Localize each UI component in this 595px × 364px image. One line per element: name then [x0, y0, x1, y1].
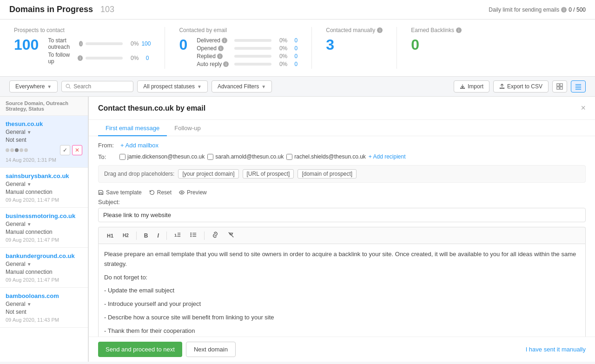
preview-button[interactable]: Preview	[179, 189, 207, 196]
editor-para-0: Please prepare an email template that yo…	[104, 250, 580, 269]
editor-para-3: - Introduce yourself and your project	[104, 299, 580, 309]
grid-icon	[556, 83, 563, 90]
sidebar-status-2: Manual connection	[6, 229, 82, 235]
link-button[interactable]	[208, 230, 222, 241]
slider-dot	[24, 148, 28, 152]
save-template-button[interactable]: Save template	[98, 189, 142, 196]
recipient-checkbox-0[interactable]	[119, 154, 126, 160]
editor-body[interactable]: Please prepare an email template that yo…	[98, 244, 586, 337]
ol-icon: 1.	[174, 232, 181, 238]
sidebar-item-0[interactable]: thesun.co.uk General ▼ Not sent ✓ ✕ 14 A…	[0, 116, 88, 168]
to-label: To:	[98, 153, 117, 160]
svg-rect-10	[100, 193, 102, 195]
sidebar-item-3[interactable]: bankunderground.co.uk General ▼ Manual c…	[0, 248, 88, 288]
manually-link[interactable]: I have sent it manually	[526, 346, 586, 353]
sidebar-domain-0: thesun.co.uk	[6, 120, 82, 127]
stat-prospects-rows: To start outreach i 0% 100 To follow up …	[48, 37, 151, 66]
strategy-chevron-4: ▼	[27, 302, 32, 307]
page-title-wrap: Domains in Progress 103	[9, 5, 114, 14]
strategy-chevron-2: ▼	[27, 222, 32, 227]
sidebar-date-4: 09 Aug 2020, 11:43 PM	[6, 317, 82, 323]
recipient-1[interactable]: sarah.arnold@thesun.co.uk	[207, 153, 284, 160]
import-icon	[460, 84, 465, 89]
unordered-list-button[interactable]	[186, 230, 200, 241]
clear-format-button[interactable]	[224, 230, 238, 241]
recipient-email-1: sarah.arnold@thesun.co.uk	[215, 153, 284, 160]
stat-row-delivered: Delivered i 0% 0	[197, 37, 298, 44]
modal-title: Contact thesun.co.uk by email	[98, 104, 205, 113]
h1-button[interactable]: H1	[103, 232, 117, 240]
placeholder-tag-1[interactable]: [URL of prospect]	[243, 169, 294, 179]
search-icon	[66, 84, 71, 89]
stat-prospects: Prospects to contact 100 To start outrea…	[9, 27, 165, 69]
slider-dot	[15, 148, 19, 152]
status-label: All prospect statuses	[143, 83, 195, 90]
italic-button[interactable]: I	[154, 231, 163, 240]
subject-input[interactable]	[98, 208, 586, 222]
tab-first-email[interactable]: First email message	[98, 120, 167, 136]
sidebar-item-1[interactable]: sainsburysbank.co.uk General ▼ Manual co…	[0, 168, 88, 208]
location-dropdown[interactable]: Everywhere ▼	[9, 80, 58, 93]
svg-rect-5	[560, 87, 562, 89]
ordered-list-button[interactable]: 1.	[171, 230, 185, 241]
bold-button[interactable]: B	[140, 231, 152, 240]
svg-rect-3	[560, 84, 562, 86]
close-button[interactable]: ×	[581, 103, 586, 113]
stat-backlinks-number: 0	[411, 37, 462, 52]
next-domain-button[interactable]: Next domain	[186, 342, 236, 357]
opened-bar	[234, 47, 271, 50]
modal-footer: Send and proceed to next Next domain I h…	[89, 337, 595, 362]
stat-manually-label: Contacted manually	[326, 27, 375, 33]
toolbar-right: Import Export to CSV	[454, 80, 586, 93]
recipient-2[interactable]: rachel.shields@thesun.co.uk	[286, 153, 366, 160]
strategy-chevron-3: ▼	[27, 262, 32, 267]
placeholder-tag-0[interactable]: [your project domain]	[178, 169, 238, 179]
recipient-checkbox-1[interactable]	[207, 154, 213, 160]
from-row: From: + Add mailbox	[98, 142, 586, 149]
location-chevron-icon: ▼	[47, 84, 52, 89]
recipients-list: jamie.dickenson@thesun.co.uk sarah.arnol…	[119, 153, 406, 160]
toolbar: Everywhere ▼ All prospect statuses ▼ Adv…	[0, 77, 595, 97]
stat-backlinks: Earned Backlinks i 0	[397, 27, 476, 69]
placeholder-tag-2[interactable]: [domain of prospect]	[298, 169, 357, 179]
sidebar-item-4[interactable]: bambooloans.com General ▼ Not sent 09 Au…	[0, 288, 88, 328]
sidebar-item-2[interactable]: businessmotoring.co.uk General ▼ Manual …	[0, 208, 88, 248]
delete-button-0[interactable]: ✕	[72, 145, 82, 155]
list-view-button[interactable]	[571, 80, 586, 93]
editor-sep-2	[166, 232, 167, 240]
sidebar-strategy-2: General ▼	[6, 221, 82, 227]
stat-row-autoreply: Auto reply i 0% 0	[197, 61, 298, 67]
sidebar-slider-0	[6, 148, 58, 152]
tab-followup[interactable]: Follow-up	[167, 120, 208, 136]
status-dropdown[interactable]: All prospect statuses ▼	[137, 80, 208, 93]
autoreply-bar	[234, 63, 271, 66]
sidebar-actions-0: ✓ ✕	[6, 145, 82, 155]
send-proceed-button[interactable]: Send and proceed to next	[98, 342, 182, 357]
check-button-0[interactable]: ✓	[60, 145, 70, 155]
recipient-checkbox-2[interactable]	[286, 154, 292, 160]
to-row: To: jamie.dickenson@thesun.co.uk sarah.a…	[98, 153, 586, 160]
sidebar-domain-3: bankunderground.co.uk	[6, 252, 82, 259]
subject-row: Subject:	[98, 199, 586, 222]
sidebar-domain-4: bambooloans.com	[6, 292, 82, 299]
modal-body: From: + Add mailbox To: jamie.dickenson@…	[89, 136, 595, 337]
reset-button[interactable]: Reset	[149, 189, 172, 196]
search-input[interactable]	[73, 83, 129, 90]
export-button[interactable]: Export to CSV	[493, 80, 549, 93]
sidebar-status-0: Not sent	[6, 137, 82, 143]
sidebar-domain-2: businessmotoring.co.uk	[6, 212, 82, 219]
stat-row-replied: Replied i 0% 0	[197, 53, 298, 60]
add-recipient-link[interactable]: + Add recipient	[369, 153, 406, 160]
grid-view-button[interactable]	[552, 80, 567, 93]
recipient-0[interactable]: jamie.dickenson@thesun.co.uk	[119, 153, 205, 160]
add-mailbox-link[interactable]: + Add mailbox	[120, 142, 159, 149]
template-actions: Save template Reset Preview	[98, 186, 586, 199]
import-button[interactable]: Import	[454, 80, 489, 93]
h2-button[interactable]: H2	[119, 232, 132, 239]
filters-dropdown[interactable]: Advanced Filters ▼	[212, 80, 272, 93]
link-icon	[212, 232, 218, 238]
preview-label: Preview	[187, 189, 207, 196]
svg-rect-4	[557, 87, 559, 89]
sidebar-strategy-4: General ▼	[6, 301, 82, 307]
status-chevron-icon: ▼	[197, 84, 202, 89]
